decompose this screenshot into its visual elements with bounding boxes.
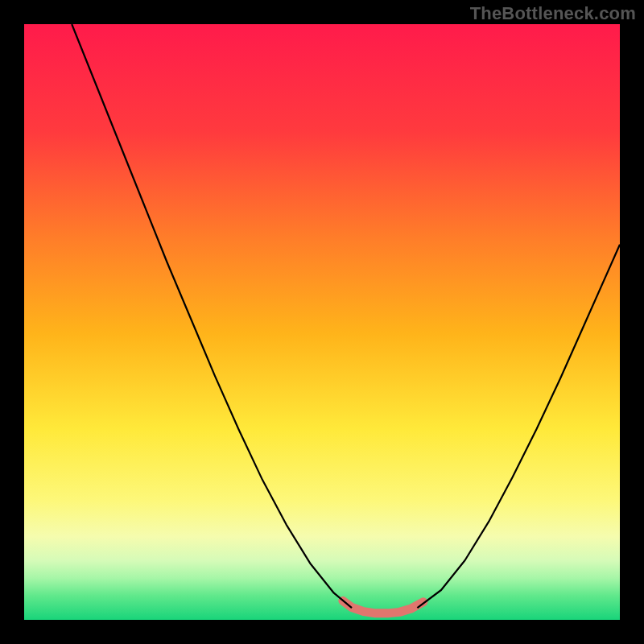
curve-layer xyxy=(24,24,620,620)
chart-frame: TheBottleneck.com xyxy=(0,0,644,644)
watermark-text: TheBottleneck.com xyxy=(470,3,636,24)
series-bottom-highlight xyxy=(343,601,423,613)
series-right-branch xyxy=(417,245,620,608)
series-left-branch xyxy=(72,24,352,608)
plot-area xyxy=(24,24,620,620)
